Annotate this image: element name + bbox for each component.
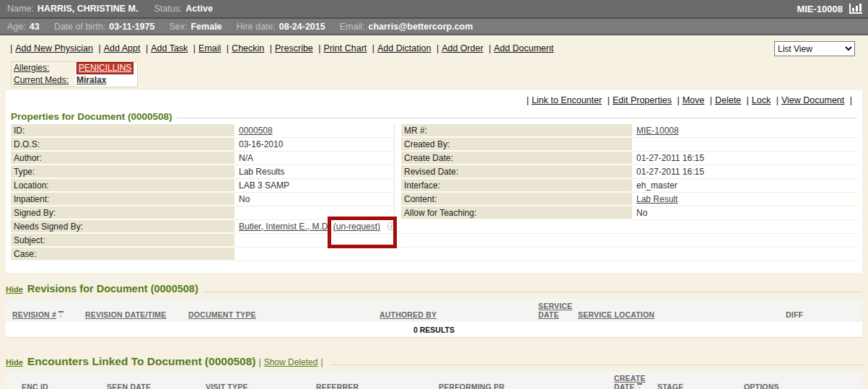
toolbar-link-add-task[interactable]: Add Task	[151, 43, 188, 53]
col-performing-provider[interactable]: PERFORMING PR	[439, 383, 614, 389]
age-value: 43	[30, 22, 40, 32]
status-label: Status:	[154, 4, 182, 14]
prop-label-needs-signed-by: Needs Signed By:	[11, 220, 234, 234]
prop-row-dos-createdby: D.O.S: 03-16-2010 Created By:	[11, 138, 857, 152]
email-label: Email:	[340, 22, 365, 32]
col-document-type[interactable]: DOCUMENT TYPE	[188, 310, 380, 319]
toolbar: |Add New Physician |Add Appt |Add Task |…	[0, 35, 868, 58]
prop-value-signed-by	[234, 206, 395, 220]
action-delete[interactable]: Delete	[715, 95, 741, 105]
prop-row-subject: Subject:	[11, 234, 857, 248]
prop-value-inpatient: No	[234, 193, 395, 206]
properties-title: Properties for Document (0000508)	[11, 111, 172, 122]
prop-label-type: Type:	[11, 165, 234, 179]
prop-row-id-mr: ID: 0000508 MR #: MIE-10008	[11, 124, 857, 138]
prop-label-id: ID:	[11, 124, 234, 138]
action-view-document[interactable]: View Document	[781, 95, 844, 105]
show-deleted-link[interactable]: Show Deleted	[264, 357, 318, 367]
prop-label-location: Location:	[11, 179, 234, 193]
sex-label: Sex:	[169, 22, 187, 32]
prop-row-signedby-teaching: Signed By: Allow for Teaching: No	[11, 206, 857, 220]
prop-label-mr: MR #:	[401, 124, 632, 138]
col-revision-number[interactable]: REVISION #↓	[6, 310, 85, 319]
toolbar-link-prescribe[interactable]: Prescribe	[275, 43, 313, 53]
prop-label-case: Case:	[11, 248, 234, 261]
col-service-location[interactable]: SERVICE LOCATION	[578, 310, 786, 319]
prop-label-allow-teaching: Allow for Teaching:	[401, 206, 632, 220]
prop-value-mr-link[interactable]: MIE-10008	[636, 126, 679, 136]
document-action-links: |Link to Encounter |Edit Properties |Mov…	[6, 90, 862, 108]
prop-row-author-createdate: Author: N/A Create Date: 01-27-2011 16:1…	[11, 152, 857, 165]
prop-value-content-link[interactable]: Lab Result	[636, 194, 678, 204]
prop-row-inpatient-content: Inpatient: No Content: Lab Result	[11, 193, 857, 206]
action-edit-properties[interactable]: Edit Properties	[613, 95, 672, 105]
prop-value-needs-signed-by-link[interactable]: Butler, Internist E., M.D.	[239, 222, 330, 232]
prop-label-signed-by: Signed By:	[11, 206, 234, 220]
prop-value-id-link[interactable]: 0000508	[239, 126, 273, 136]
dob-label: Date of birth:	[54, 22, 106, 32]
bar-chart-icon[interactable]	[849, 4, 862, 14]
prop-value-dos: 03-16-2010	[234, 138, 395, 152]
col-stage[interactable]: STAGE	[657, 383, 744, 389]
prop-value-allow-teaching: No	[632, 206, 857, 220]
current-meds-link[interactable]: Current Meds:	[14, 75, 69, 85]
toolbar-link-print-chart[interactable]: Print Chart	[324, 43, 367, 53]
patient-status: Active	[185, 4, 213, 14]
prop-label-revised-date: Revised Date:	[401, 165, 632, 179]
col-authored-by[interactable]: AUTHORED BY	[380, 310, 538, 319]
col-revision-datetime[interactable]: REVISION DATE/TIME	[85, 310, 188, 319]
prop-value-author: N/A	[234, 152, 395, 165]
info-icon[interactable]	[387, 222, 395, 230]
col-referrer[interactable]: REFERRER	[316, 383, 439, 389]
prop-value-type: Lab Results	[234, 165, 395, 179]
allergy-meds-box: Allergies: PENICILLINS Current Meds: Mir…	[11, 61, 138, 87]
patient-banner: Name: HARRIS, CHRISTINE M. Status: Activ…	[0, 0, 868, 19]
prop-label-dos: D.O.S:	[11, 138, 234, 152]
hire-date-value: 08-24-2015	[279, 22, 325, 32]
col-options: OPTIONS	[744, 383, 862, 389]
toolbar-link-add-document[interactable]: Add Document	[494, 43, 554, 53]
mr-number: MIE-10008	[797, 4, 843, 14]
sort-icon[interactable]: ↓	[637, 383, 642, 389]
toolbar-link-add-appt[interactable]: Add Appt	[104, 43, 141, 53]
col-seen-date[interactable]: SEEN DATE	[107, 383, 206, 389]
document-panel: |Link to Encounter |Edit Properties |Mov…	[6, 90, 862, 273]
patient-name: HARRIS, CHRISTINE M.	[38, 4, 139, 14]
toolbar-link-email[interactable]: Email	[198, 43, 221, 53]
dob-value: 03-11-1975	[109, 22, 154, 32]
col-visit-type[interactable]: VISIT TYPE	[206, 383, 316, 389]
encounters-section: Hide Encounters Linked To Document (0000…	[6, 355, 862, 389]
med-miralax[interactable]: Miralax	[76, 75, 106, 85]
revisions-title: Revisions for Document (0000508)	[27, 283, 198, 294]
patient-demographics: Age: 43 Date of birth: 03-11-1975 Sex: F…	[0, 19, 868, 35]
toolbar-link-checkin[interactable]: Checkin	[232, 43, 264, 53]
revisions-hide-link[interactable]: Hide	[6, 285, 23, 294]
view-select[interactable]: List View	[774, 41, 855, 56]
prop-label-create-date: Create Date:	[401, 152, 632, 165]
toolbar-link-add-order[interactable]: Add Order	[442, 43, 483, 53]
col-create-date[interactable]: CREATE DATE↓	[614, 374, 657, 389]
revisions-section: Hide Revisions for Document (0000508) RE…	[6, 283, 862, 338]
email-value: charris@bettercorp.com	[368, 22, 473, 32]
prop-value-interface: eh_master	[632, 179, 857, 193]
col-enc-id[interactable]: ENC ID	[6, 383, 107, 389]
sort-desc-icon[interactable]: ↓	[58, 311, 63, 318]
action-lock[interactable]: Lock	[752, 95, 771, 105]
prop-value-case	[234, 248, 401, 261]
toolbar-link-add-new-physician[interactable]: Add New Physician	[15, 43, 93, 53]
encounters-title: Encounters Linked To Document (0000508)	[27, 355, 256, 368]
prop-label-interface: Interface:	[401, 179, 632, 193]
action-link-to-encounter[interactable]: Link to Encounter	[532, 95, 602, 105]
prop-label-content: Content:	[401, 193, 632, 206]
allergy-penicillins[interactable]: PENICILLINS	[76, 62, 133, 74]
prop-row-type-reviseddate: Type: Lab Results Revised Date: 01-27-20…	[11, 165, 857, 179]
action-move[interactable]: Move	[683, 95, 705, 105]
allergies-link[interactable]: Allergies:	[14, 63, 49, 73]
col-service-date[interactable]: SERVICE DATE	[538, 302, 578, 319]
prop-label-inpatient: Inpatient:	[11, 193, 234, 206]
hire-date-label: Hire date:	[237, 22, 276, 32]
prop-value-created-by	[632, 138, 857, 152]
toolbar-link-add-dictation[interactable]: Add Dictation	[377, 43, 431, 53]
un-request-link[interactable]: (un-request)	[333, 222, 380, 232]
encounters-hide-link[interactable]: Hide	[6, 358, 23, 367]
